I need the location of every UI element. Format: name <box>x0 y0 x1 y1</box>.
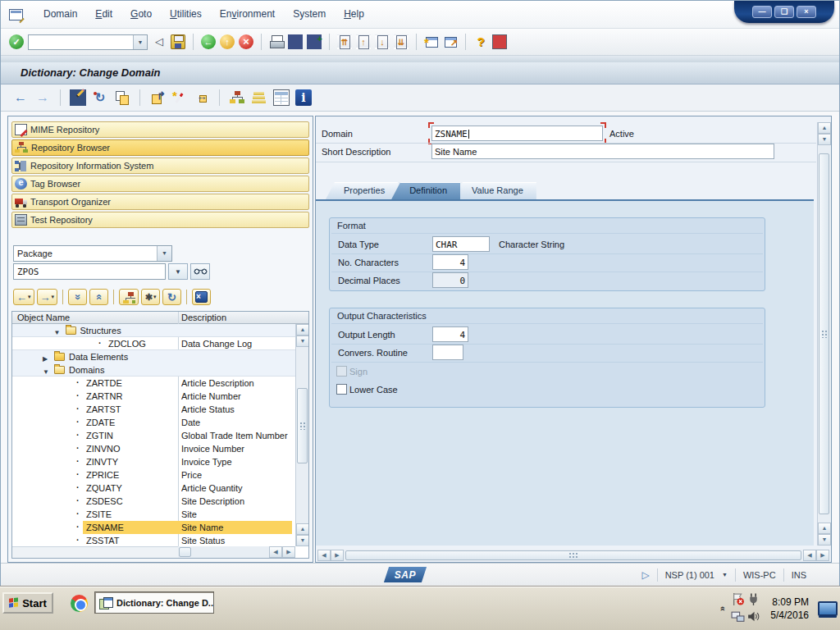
last-page-icon[interactable] <box>394 34 409 49</box>
menu-environment[interactable]: Environment <box>211 1 284 28</box>
scroll-up-icon[interactable]: ▲ <box>296 523 309 535</box>
work-area-scroll-thumb[interactable] <box>819 153 829 514</box>
new-session-icon[interactable] <box>424 34 439 49</box>
scroll-down-icon[interactable]: ▼ <box>818 534 831 546</box>
tree-row-zdate[interactable]: ·ZDATEDate <box>12 416 295 429</box>
tree-row-zgtin[interactable]: ·ZGTINGlobal Trade Item Number <box>12 429 295 442</box>
lower-case-checkbox[interactable] <box>336 384 347 395</box>
close-browser-icon[interactable]: × <box>192 289 211 305</box>
prev-object-icon[interactable]: ←▾ <box>13 289 34 305</box>
sidebar-item-transport-organizer[interactable]: Transport Organizer <box>11 194 309 210</box>
no-characters-input[interactable]: 4 <box>432 254 468 270</box>
tree-refresh-icon[interactable]: ↻ <box>162 289 181 305</box>
prev-page-icon[interactable] <box>356 34 371 49</box>
system-menu-icon[interactable] <box>9 9 23 21</box>
save-icon[interactable] <box>171 34 185 49</box>
table-contents-icon[interactable] <box>273 89 290 106</box>
scroll-down-icon[interactable]: ▼ <box>296 336 309 347</box>
sidebar-item-repository-information-system[interactable]: Repository Information System <box>11 158 309 174</box>
tree-row-zsdesc[interactable]: ·ZSDESCSite Description <box>12 495 295 508</box>
rename-icon[interactable] <box>149 89 166 106</box>
hierarchy-icon[interactable] <box>229 89 245 106</box>
tree-hscroll-thumb[interactable] <box>179 547 191 557</box>
action-center-icon[interactable] <box>731 592 745 608</box>
menu-help[interactable]: Help <box>335 1 373 28</box>
work-area-vertical-scrollbar[interactable]: ▲ ▼ ▲ ▼ <box>817 122 830 546</box>
scroll-left-icon[interactable]: ◀ <box>269 546 282 558</box>
data-type-input[interactable]: CHAR <box>432 236 490 252</box>
prev-screen-icon[interactable] <box>152 34 167 49</box>
display-object-button[interactable] <box>190 263 210 280</box>
tree-row-zartnr[interactable]: ·ZARTNRArticle Number <box>12 390 295 403</box>
scroll-right-icon[interactable]: ▶ <box>816 550 829 561</box>
first-page-icon[interactable] <box>337 34 352 49</box>
nav-back-icon[interactable] <box>12 89 29 106</box>
tree-row-zartst[interactable]: ·ZARTSTArticle Status <box>12 403 295 416</box>
object-name-input[interactable]: ZPOS <box>13 263 166 280</box>
menu-domain[interactable]: Domain <box>34 1 86 28</box>
show-hidden-icons-icon[interactable]: » <box>717 606 727 611</box>
tree-row-zinvno[interactable]: ·ZINVNOInvoice Number <box>12 442 295 455</box>
next-object-icon[interactable]: →▾ <box>37 289 58 305</box>
close-button[interactable]: × <box>797 6 816 18</box>
command-field[interactable]: ▼ <box>28 34 148 50</box>
tree-row-data-elements[interactable]: ▶Data Elements <box>12 350 295 363</box>
tab-value-range[interactable]: Value Range <box>454 182 536 199</box>
tree-horizontal-scrollbar[interactable]: ◀ ▶ <box>178 546 295 558</box>
eject-device-icon[interactable] <box>746 592 760 608</box>
scroll-up-icon[interactable]: ▲ <box>818 523 831 534</box>
history-dropdown-button[interactable]: ▼ <box>168 263 188 280</box>
menu-edit[interactable]: Edit <box>86 1 121 28</box>
restore-button[interactable]: ❑ <box>774 6 794 18</box>
tree-row-zsite[interactable]: ·ZSITESite <box>12 508 295 521</box>
scroll-right-icon[interactable]: ▶ <box>331 550 344 561</box>
tab-properties[interactable]: Properties <box>326 182 398 199</box>
chevron-down-icon[interactable]: ▼ <box>157 246 171 261</box>
help-icon[interactable] <box>473 34 488 49</box>
copy-icon[interactable] <box>114 89 130 106</box>
tree-row-zartde[interactable]: ·ZARTDEArticle Description <box>12 377 295 390</box>
exit-icon[interactable] <box>220 34 235 49</box>
documentation-icon[interactable] <box>251 89 267 106</box>
tree-row-structures[interactable]: ▼Structures <box>12 324 295 337</box>
minimize-button[interactable]: — <box>752 6 772 18</box>
expand-all-icon[interactable]: » <box>68 289 87 305</box>
sidebar-item-mime-repository[interactable]: MIME Repository <box>11 121 309 138</box>
category-select[interactable]: Package ▼ <box>13 245 172 262</box>
where-used-icon[interactable] <box>194 89 210 106</box>
nav-forward-icon[interactable] <box>34 89 51 106</box>
back-icon[interactable] <box>201 34 216 49</box>
scroll-down-icon[interactable]: ▼ <box>296 535 309 546</box>
info-icon[interactable] <box>295 89 312 106</box>
start-button[interactable]: Start <box>2 592 53 614</box>
output-length-input[interactable]: 4 <box>432 326 468 342</box>
scroll-left-icon[interactable]: ◀ <box>317 550 331 561</box>
decimal-places-input[interactable]: 0 <box>432 272 468 288</box>
tree-row-zprice[interactable]: ·ZPRICEPrice <box>12 468 295 482</box>
scroll-left-icon[interactable]: ◀ <box>803 550 816 561</box>
filter-icon[interactable]: ✱▾ <box>141 289 160 305</box>
menu-goto[interactable]: Goto <box>121 1 161 28</box>
clock[interactable]: 8:09 PM 5/4/2016 <box>770 596 809 622</box>
activate-icon[interactable] <box>171 89 188 106</box>
tree-row-domains[interactable]: ▼Domains <box>12 363 295 377</box>
chevron-down-icon[interactable]: ▼ <box>722 572 728 578</box>
tab-definition[interactable]: Definition <box>391 182 460 199</box>
show-desktop-button[interactable] <box>818 601 838 616</box>
scroll-up-icon[interactable]: ▲ <box>818 122 831 134</box>
convers-routine-input[interactable] <box>432 345 463 360</box>
tree-row-zdclog[interactable]: ·ZDCLOGData Change Log <box>12 337 295 350</box>
tree-scroll-thumb[interactable] <box>297 388 308 463</box>
find-icon[interactable] <box>288 34 303 49</box>
layout-icon[interactable] <box>492 34 507 49</box>
print-icon[interactable] <box>269 34 284 49</box>
tree-row-zquaty[interactable]: ·ZQUATYArticle Quantity <box>12 482 295 495</box>
menu-utilities[interactable]: Utilities <box>161 1 211 28</box>
chevron-down-icon[interactable]: ▼ <box>133 35 147 49</box>
cancel-icon[interactable] <box>239 34 253 49</box>
tree-hierarchy-icon[interactable] <box>119 289 139 305</box>
tree-row-zinvty[interactable]: ·ZINVTYInvoice Type <box>12 455 295 468</box>
sidebar-item-test-repository[interactable]: Test Repository <box>11 212 309 228</box>
domain-input[interactable]: ZSNAME <box>431 126 603 141</box>
refresh-icon[interactable] <box>92 89 108 106</box>
